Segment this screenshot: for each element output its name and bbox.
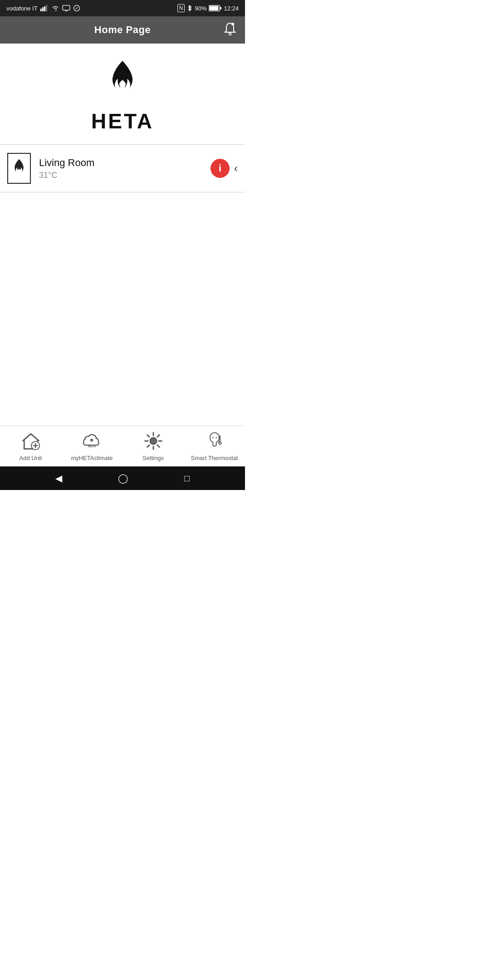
- battery-icon: [209, 5, 221, 11]
- alert-icon: i: [219, 162, 221, 174]
- back-button[interactable]: ◀: [55, 473, 62, 484]
- add-unit-label: Add Unit: [20, 455, 42, 461]
- settings-icon: [142, 430, 165, 452]
- svg-point-16: [150, 437, 157, 444]
- notification-bell-icon[interactable]: [223, 22, 237, 39]
- smart-thermostat-icon: [203, 430, 226, 452]
- svg-text:HETA: HETA: [88, 444, 95, 447]
- myheta-icon: HETA: [81, 430, 103, 452]
- status-bar: vodafone IT N 90%: [0, 0, 245, 16]
- device-name: Living Room: [39, 157, 211, 169]
- svg-rect-9: [210, 6, 219, 10]
- svg-point-23: [216, 437, 217, 438]
- logo-text: HETA: [91, 109, 154, 133]
- device-right-controls: i ‹: [211, 159, 238, 178]
- logo-section: HETA: [0, 44, 245, 144]
- bottom-nav: Add Unit HETA myHETAclimate: [0, 426, 245, 466]
- nfc-icon: N: [177, 4, 185, 12]
- svg-rect-0: [40, 9, 42, 11]
- settings-label: Settings: [142, 455, 164, 461]
- svg-rect-2: [44, 6, 45, 11]
- svg-point-11: [231, 23, 234, 25]
- device-list: Living Room 31°C i ‹: [0, 145, 245, 309]
- time-label: 12:24: [224, 5, 239, 12]
- alert-badge[interactable]: i: [211, 159, 230, 178]
- myheta-label: myHETAclimate: [71, 455, 113, 461]
- status-left: vodafone IT: [6, 5, 80, 12]
- nav-item-settings[interactable]: Settings: [122, 430, 184, 461]
- app-bar: Home Page: [0, 16, 245, 44]
- heta-flame-logo: [102, 57, 143, 107]
- flame-device-icon: [12, 157, 26, 179]
- device-icon-box: [7, 153, 31, 184]
- display-icon: [62, 5, 70, 11]
- carrier-label: vodafone IT: [6, 5, 38, 12]
- svg-rect-8: [220, 7, 222, 9]
- recents-button[interactable]: □: [184, 473, 190, 484]
- smart-thermostat-label: Smart Thermostat: [191, 455, 238, 461]
- home-button[interactable]: ◯: [118, 473, 128, 484]
- bluetooth-icon: [187, 5, 192, 12]
- svg-rect-4: [63, 5, 70, 10]
- svg-point-18: [219, 441, 221, 444]
- content-area: [0, 309, 245, 426]
- shazam-icon: [73, 5, 80, 12]
- svg-rect-3: [46, 5, 47, 11]
- svg-point-10: [229, 33, 231, 35]
- signal-icon: [40, 5, 49, 11]
- battery-percent: 90%: [195, 5, 206, 12]
- wifi-icon: [51, 5, 59, 11]
- device-temperature: 31°C: [39, 171, 211, 180]
- device-info: Living Room 31°C: [39, 157, 211, 180]
- nav-item-smart-thermostat[interactable]: Smart Thermostat: [184, 430, 245, 461]
- status-right: N 90% 12:24: [177, 4, 239, 12]
- page-title: Home Page: [94, 24, 151, 36]
- android-nav-bar: ◀ ◯ □: [0, 466, 245, 490]
- nav-item-add-unit[interactable]: Add Unit: [0, 430, 61, 461]
- device-row[interactable]: Living Room 31°C i ‹: [0, 145, 245, 192]
- svg-point-22: [212, 437, 213, 438]
- svg-rect-1: [42, 7, 44, 11]
- nav-item-myheta[interactable]: HETA myHETAclimate: [61, 430, 122, 461]
- chevron-left-icon[interactable]: ‹: [234, 162, 238, 175]
- add-unit-icon: [20, 430, 42, 452]
